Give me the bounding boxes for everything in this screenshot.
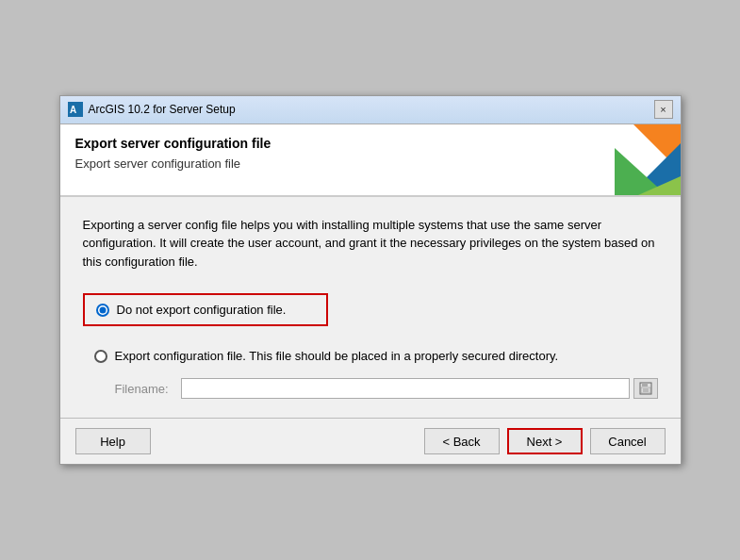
close-button[interactable]: × [654, 100, 673, 119]
option1-radio[interactable] [96, 304, 109, 317]
window-title: ArcGIS 10.2 for Server Setup [89, 103, 654, 116]
app-icon: A [68, 102, 83, 117]
svg-rect-7 [642, 383, 648, 387]
option2-radio[interactable] [94, 350, 107, 363]
footer: Help < Back Next > Cancel [60, 418, 681, 464]
next-button[interactable]: Next > [507, 428, 583, 454]
header-section: Export server configuration file Export … [60, 124, 681, 197]
option1-label: Do not export configuration file. [117, 303, 287, 317]
option2-label: Export configuration file. This file sho… [115, 349, 559, 363]
header-logo [586, 124, 681, 195]
description-text: Exporting a server config file helps you… [83, 216, 658, 272]
browse-button[interactable] [633, 378, 658, 399]
filename-label: Filename: [115, 382, 181, 396]
filename-row: Filename: [115, 378, 658, 399]
header-title: Export server configuration file [75, 136, 571, 151]
title-bar: A ArcGIS 10.2 for Server Setup × [60, 96, 681, 124]
filename-input[interactable] [181, 378, 630, 399]
content-area: Exporting a server config file helps you… [60, 197, 681, 419]
help-button[interactable]: Help [75, 428, 151, 454]
save-icon [639, 382, 652, 395]
header-text: Export server configuration file Export … [60, 124, 586, 195]
header-subtitle: Export server configuration file [75, 156, 571, 171]
back-button[interactable]: < Back [424, 428, 500, 454]
svg-text:A: A [70, 105, 76, 115]
svg-rect-9 [643, 388, 649, 392]
option2-container[interactable]: Export configuration file. This file sho… [83, 341, 658, 371]
option1-container[interactable]: Do not export configuration file. [83, 293, 328, 326]
cancel-button[interactable]: Cancel [590, 428, 666, 454]
main-window: A ArcGIS 10.2 for Server Setup × Export … [59, 95, 682, 466]
arcgis-logo [586, 124, 681, 195]
